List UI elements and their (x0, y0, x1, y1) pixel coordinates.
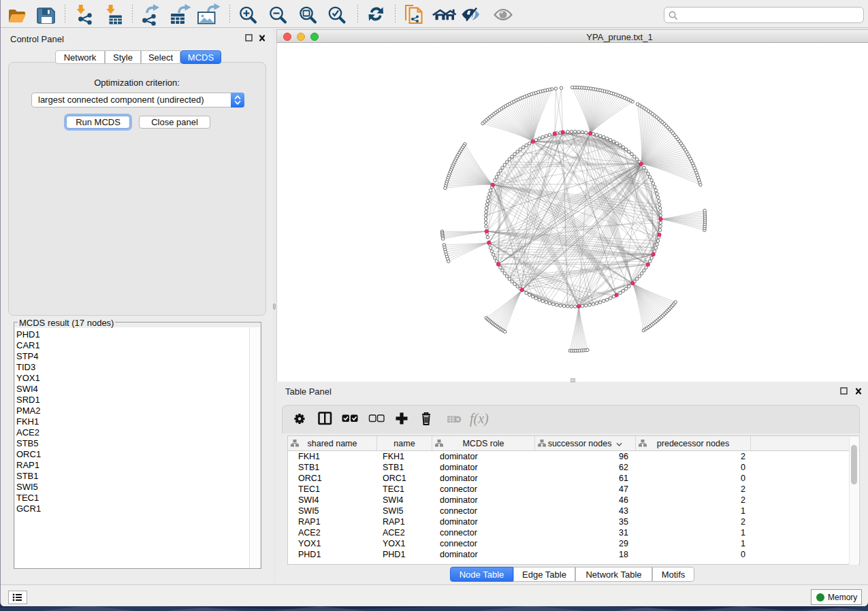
svg-text:f(x): f(x) (470, 411, 489, 427)
